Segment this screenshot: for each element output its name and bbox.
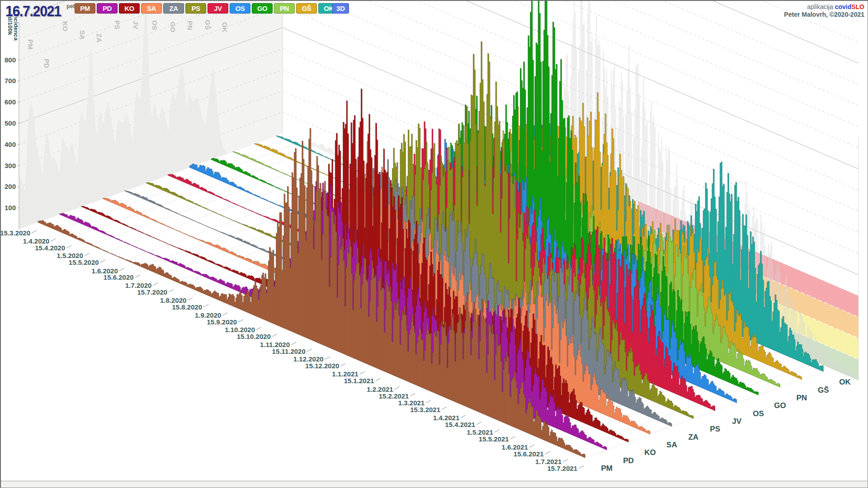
y-tick-label: 800 [5, 56, 16, 64]
wall-label-KO: KO [61, 21, 69, 32]
legend-button-PS[interactable]: PS [185, 3, 206, 14]
legend-button-PD[interactable]: PD [97, 3, 118, 14]
y-tick-label: 200 [5, 183, 16, 190]
app-link[interactable]: aplikacija covidSLO [784, 3, 864, 11]
legend-button-KO[interactable]: KO [119, 3, 140, 14]
series-label-PN: PN [796, 394, 807, 402]
series-label-GŠ: GŠ [818, 386, 829, 394]
x-tick-label: 15.11.2020 [272, 347, 306, 355]
series-label-GO: GO [774, 401, 786, 410]
wall-label-JV: JV [132, 21, 140, 29]
x-tick-label: 15.7.2020 [137, 288, 167, 296]
x-tick-label: 15.4.2021 [445, 421, 475, 428]
series-label-OK: OK [839, 378, 851, 386]
legend-button-JV[interactable]: JV [208, 3, 228, 14]
legend-button-GO[interactable]: GO [252, 3, 273, 14]
legend-button-SA[interactable]: SA [141, 3, 162, 14]
wall-label-OS: OS [151, 20, 159, 30]
mode-3d-button[interactable]: 3D [332, 3, 349, 14]
author-credit: Peter Malovrh, ©2020-2021 [784, 11, 864, 19]
y-tick-label: 700 [5, 77, 16, 84]
current-date-value: 16.7.2021 [5, 3, 61, 20]
series-label-KO: KO [644, 448, 656, 457]
x-tick-label: 15.3.2020 [1, 229, 30, 237]
app-page: PMPDKOSAZAPSJVOSGOPNGŠOK8007006005004003… [0, 0, 868, 488]
current-date: 16.7.2021pet [5, 3, 75, 20]
chart-3d-canvas[interactable]: PMPDKOSAZAPSJVOSGOPNGŠOK8007006005004003… [1, 1, 868, 488]
legend-button-OS[interactable]: OS [230, 3, 250, 14]
legend-button-GŠ[interactable]: GŠ [296, 3, 317, 14]
x-tick-label: 15.5.2020 [69, 258, 99, 266]
legend-button-ZA[interactable]: ZA [163, 3, 184, 14]
x-tick-label: 15.12.2020 [305, 362, 339, 370]
y-tick-label: 600 [5, 98, 16, 106]
x-tick-label: 15.10.2020 [237, 333, 271, 340]
wall-label-PN: PN [186, 21, 194, 30]
legend-button-PM[interactable]: PM [75, 3, 95, 14]
wall-label-PS: PS [113, 20, 121, 29]
x-tick-label: 15.8.2020 [172, 303, 202, 311]
wall-label-PM: PM [27, 39, 34, 50]
x-tick-label: 15.5.2021 [479, 435, 509, 443]
x-tick-label: 15.6.2021 [514, 450, 544, 458]
wall-label-GŠ: GŠ [204, 20, 212, 30]
x-tick-label: 15.3.2021 [410, 406, 440, 413]
series-label-PD: PD [623, 456, 634, 465]
wall-label-ZA: ZA [95, 33, 103, 42]
wall-label-GO: GO [169, 22, 177, 33]
series-label-SA: SA [666, 441, 677, 449]
y-tick-label: 300 [5, 162, 16, 169]
legend-button-PN[interactable]: PN [274, 3, 295, 14]
series-label-ZA: ZA [688, 433, 698, 441]
y-tick-label: 100 [5, 204, 16, 211]
wall-label-SA: SA [79, 30, 86, 40]
y-tick-label: 400 [5, 141, 16, 148]
x-tick-label: 15.4.2020 [35, 244, 65, 252]
wall-label-OK: OK [221, 22, 229, 33]
horizontal-scrollbar[interactable] [1, 481, 868, 488]
series-label-JV: JV [732, 417, 741, 426]
series-label-PM: PM [601, 464, 613, 473]
series-label-OS: OS [753, 409, 764, 418]
x-tick-label: 15.6.2020 [104, 273, 134, 281]
y-tick-label: 500 [5, 119, 16, 127]
series-label-PS: PS [710, 425, 720, 433]
y-axis: 8007006005004003002001007d/100kIncidenca [5, 14, 19, 229]
credits: aplikacija covidSLO Peter Malovrh, ©2020… [784, 3, 864, 19]
x-tick-label: 15.9.2020 [207, 318, 237, 326]
x-tick-label: 15.1.2021 [344, 377, 374, 385]
region-legend: PMPDKOSAZAPSJVOSGOPNGŠOK [75, 3, 339, 14]
wall-label-PD: PD [43, 59, 51, 68]
x-tick-label: 15.7.2021 [547, 465, 577, 472]
current-weekday: pet [66, 3, 75, 9]
